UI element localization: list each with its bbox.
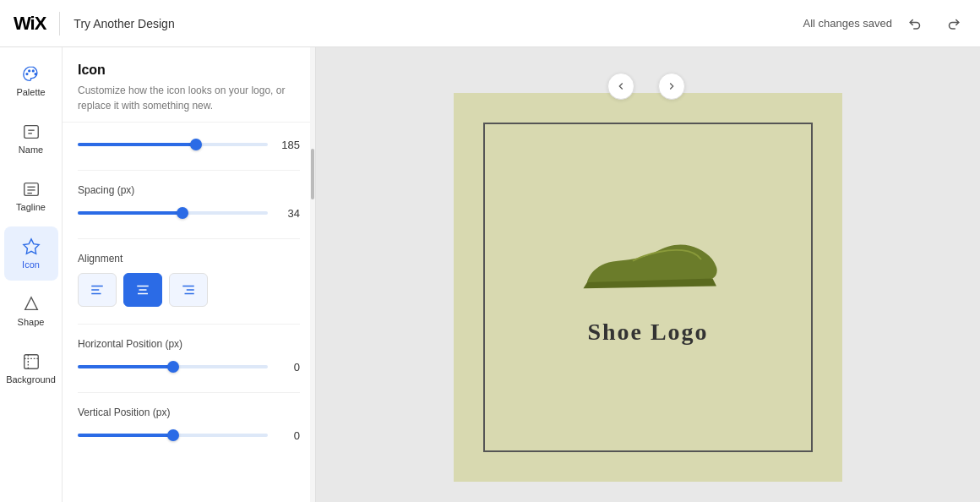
size-slider-fill <box>78 143 196 146</box>
spacing-slider-thumb[interactable] <box>177 207 188 219</box>
size-value: 185 <box>276 139 300 151</box>
main-layout: Palette Name Tagline <box>0 47 980 502</box>
spacing-slider-row: 34 <box>78 205 300 221</box>
horizontal-label: Horizontal Position (px) <box>78 338 300 350</box>
alignment-label: Alignment <box>78 253 300 265</box>
horizontal-slider-track <box>78 365 268 368</box>
vertical-slider-fill <box>78 434 173 437</box>
panel-scrollbar-thumb[interactable] <box>311 149 314 199</box>
divider-4 <box>78 392 300 393</box>
sidebar-shape-label: Shape <box>18 317 45 327</box>
divider-3 <box>78 324 300 325</box>
sidebar-palette-label: Palette <box>16 87 45 97</box>
horizontal-slider-thumb[interactable] <box>167 361 179 373</box>
background-icon <box>22 352 41 371</box>
shoe-icon <box>572 229 724 305</box>
sidebar-item-icon[interactable]: Icon <box>4 226 58 281</box>
size-slider-track <box>78 143 268 146</box>
panel-content: 185 Spacing (px) 34 <box>63 123 315 502</box>
prev-design-button[interactable] <box>607 73 634 100</box>
alignment-buttons <box>78 273 300 307</box>
header-title: Try Another Design <box>74 17 174 30</box>
size-slider-container[interactable] <box>78 136 268 153</box>
undo-button[interactable] <box>902 10 929 37</box>
align-right-button[interactable] <box>169 273 208 307</box>
divider-2 <box>78 238 300 239</box>
svg-rect-12 <box>24 355 38 369</box>
header: WiX Try Another Design All changes saved <box>0 0 980 47</box>
sidebar-item-background[interactable]: Background <box>4 341 58 396</box>
panel-title: Icon <box>78 63 300 78</box>
panel-header: Icon Customize how the icon looks on you… <box>63 47 315 123</box>
svg-marker-11 <box>23 239 38 254</box>
align-left-button[interactable] <box>78 273 117 307</box>
header-right: All changes saved <box>803 10 966 37</box>
horizontal-slider-fill <box>78 365 173 368</box>
wix-logo: WiX <box>14 13 46 35</box>
panel-description: Customize how the icon looks on your log… <box>78 83 300 113</box>
icon-nav-icon <box>22 237 41 256</box>
vertical-slider-row: 0 <box>78 427 300 444</box>
sidebar-name-label: Name <box>19 145 43 155</box>
canvas-area: Shoe Logo <box>316 47 980 502</box>
spacing-slider-fill <box>78 211 182 215</box>
redo-button[interactable] <box>939 10 966 37</box>
spacing-label: Spacing (px) <box>78 184 300 196</box>
next-design-button[interactable] <box>658 73 685 100</box>
sidebar-item-tagline[interactable]: Tagline <box>4 169 58 223</box>
spacing-slider-track <box>78 211 268 215</box>
spacing-value: 34 <box>276 207 300 220</box>
horizontal-slider-row: 0 <box>78 358 300 375</box>
svg-rect-4 <box>24 126 38 139</box>
size-control: 185 <box>78 136 300 153</box>
sidebar-item-name[interactable]: Name <box>4 112 58 166</box>
logo-text: Shoe Logo <box>587 319 708 346</box>
settings-panel: Icon Customize how the icon looks on you… <box>63 47 316 502</box>
horizontal-value: 0 <box>276 361 300 374</box>
svg-point-3 <box>35 74 36 75</box>
vertical-slider-track <box>78 434 268 437</box>
tagline-icon <box>22 180 41 199</box>
spacing-slider-container[interactable] <box>78 205 268 221</box>
svg-point-2 <box>32 70 34 72</box>
header-divider <box>59 12 60 35</box>
svg-point-0 <box>26 74 28 75</box>
name-icon <box>22 123 41 141</box>
logo-card: Shoe Logo <box>454 93 842 482</box>
sidebar-background-label: Background <box>6 374 56 385</box>
align-center-button[interactable] <box>123 273 162 307</box>
size-slider-thumb[interactable] <box>190 139 202 150</box>
vertical-label: Vertical Position (px) <box>78 407 300 418</box>
svg-point-1 <box>28 70 30 72</box>
horizontal-slider-container[interactable] <box>78 358 268 375</box>
sidebar: Palette Name Tagline <box>0 47 63 502</box>
size-slider-row: 185 <box>78 136 300 153</box>
sidebar-item-palette[interactable]: Palette <box>4 54 58 108</box>
panel-scrollbar[interactable] <box>310 47 315 502</box>
sidebar-item-shape[interactable]: Shape <box>4 284 58 338</box>
vertical-slider-thumb[interactable] <box>167 429 179 441</box>
logo-card-inner: Shoe Logo <box>483 123 813 452</box>
vertical-value: 0 <box>276 429 300 442</box>
horizontal-position-control: Horizontal Position (px) 0 <box>78 338 300 375</box>
shape-icon <box>22 295 41 314</box>
sidebar-tagline-label: Tagline <box>16 202 46 212</box>
save-status: All changes saved <box>803 17 892 30</box>
palette-icon <box>22 65 41 84</box>
spacing-control: Spacing (px) 34 <box>78 184 300 221</box>
sidebar-icon-label: Icon <box>22 259 40 270</box>
vertical-slider-container[interactable] <box>78 427 268 444</box>
vertical-position-control: Vertical Position (px) 0 <box>78 407 300 444</box>
alignment-control: Alignment <box>78 253 300 307</box>
divider-1 <box>78 170 300 171</box>
